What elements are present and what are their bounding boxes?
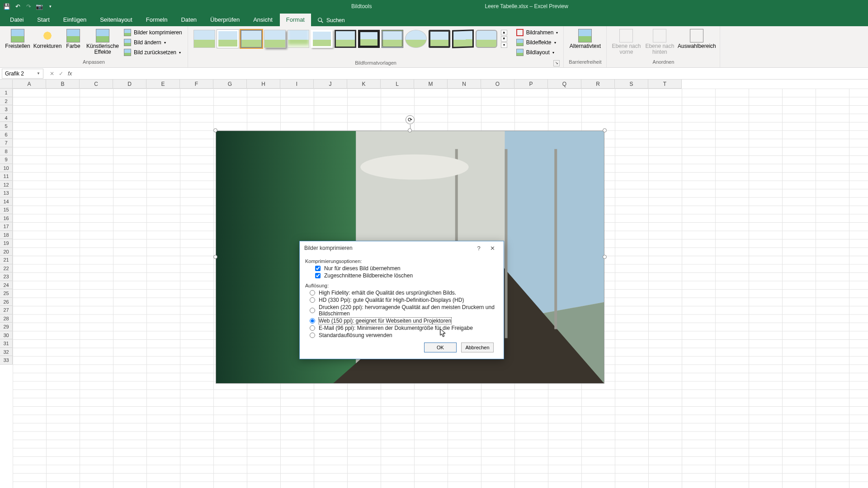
farbe-button[interactable]: Farbe [63,28,83,50]
row-header-7[interactable]: 7 [0,139,13,147]
row-header-21[interactable]: 21 [0,256,13,264]
row-header-28[interactable]: 28 [0,314,13,323]
row-header-18[interactable]: 18 [0,231,13,239]
row-header-33[interactable]: 33 [0,356,13,365]
column-header-D[interactable]: D [113,80,146,89]
row-header-23[interactable]: 23 [0,272,13,281]
row-header-17[interactable]: 17 [0,222,13,231]
row-header-9[interactable]: 9 [0,155,13,164]
resize-handle-e[interactable] [603,255,607,259]
resize-handle-w[interactable] [213,255,217,259]
tab-ueberpruefen[interactable]: Überprüfen [204,14,246,26]
resize-handle-nw[interactable] [213,128,217,132]
row-header-31[interactable]: 31 [0,339,13,348]
picture-style-8[interactable] [358,30,380,48]
tab-seitenlayout[interactable]: Seitenlayout [94,14,139,26]
radio-email-input[interactable] [310,325,315,331]
row-header-22[interactable]: 22 [0,264,13,273]
row-header-32[interactable]: 32 [0,348,13,357]
radio-web-150[interactable]: Web (150 ppi): geeignet für Webseiten un… [305,317,498,324]
bild-aendern-button[interactable]: Bild ändern ▾ [122,38,184,47]
column-header-G[interactable]: G [213,80,247,89]
gallery-expand[interactable]: ▾ [501,42,507,48]
radio-print-220[interactable]: Drucken (220 ppi): hervorragende Qualitä… [305,304,498,317]
tab-format[interactable]: Format [280,14,311,26]
row-header-11[interactable]: 11 [0,172,13,181]
radio-high-input[interactable] [310,290,315,296]
row-header-24[interactable]: 24 [0,281,13,290]
radio-high-fidelity[interactable]: High Fidelity: erhält die Qualität des u… [305,289,498,296]
column-header-M[interactable]: M [414,80,448,89]
column-header-I[interactable]: I [280,80,314,89]
formula-input[interactable] [75,69,868,79]
radio-print-input[interactable] [310,308,315,313]
picture-style-4[interactable] [264,30,286,48]
column-header-S[interactable]: S [615,80,648,89]
tell-me-search[interactable]: Suchen [312,14,350,26]
worksheet[interactable]: ABCDEFGHIJKLMNOPQRST 1234567891011121314… [0,80,868,488]
gallery-scroll-down[interactable]: ▼ [501,36,507,42]
row-header-4[interactable]: 4 [0,114,13,122]
column-header-A[interactable]: A [13,80,46,89]
picture-style-12[interactable] [452,29,474,48]
dialog-launcher-vorlagen[interactable]: ↘ [553,60,560,66]
tab-datei[interactable]: Datei [4,14,30,26]
select-all-corner[interactable] [0,80,13,89]
column-header-F[interactable]: F [180,80,213,89]
row-header-16[interactable]: 16 [0,214,13,223]
row-header-20[interactable]: 20 [0,248,13,256]
help-button[interactable]: ? [472,241,486,255]
picture-style-3[interactable] [241,30,262,48]
row-header-19[interactable]: 19 [0,239,13,248]
bilder-komprimieren-button[interactable]: Bilder komprimieren [122,28,184,37]
tab-formeln[interactable]: Formeln [140,14,174,26]
row-header-3[interactable]: 3 [0,105,13,114]
checkbox-only-this-picture[interactable]: Nur für dieses Bild übernehmen [305,265,498,272]
picture-style-10[interactable] [405,30,427,48]
row-header-10[interactable]: 10 [0,164,13,173]
row-header-5[interactable]: 5 [0,122,13,131]
ok-button[interactable]: OK [424,343,457,352]
picture-style-6[interactable] [311,30,333,48]
column-header-N[interactable]: N [448,80,481,89]
column-header-O[interactable]: O [481,80,514,89]
picture-style-5[interactable] [288,30,309,48]
name-box[interactable]: Grafik 2 ▼ [2,69,43,79]
undo-icon[interactable]: ↶ [14,2,22,10]
picture-style-9[interactable] [382,30,403,48]
save-icon[interactable]: 💾 [3,2,11,10]
dialog-titlebar[interactable]: Bilder komprimieren ? ✕ [300,241,504,255]
bildlayout-button[interactable]: Bildlayout ▾ [514,48,560,57]
rotate-handle[interactable]: ⟳ [406,115,415,124]
row-header-13[interactable]: 13 [0,189,13,197]
row-header-26[interactable]: 26 [0,298,13,306]
row-header-30[interactable]: 30 [0,331,13,340]
radio-default-input[interactable] [310,333,315,338]
column-header-K[interactable]: K [347,80,381,89]
checkbox-delete-cropped-input[interactable] [315,273,321,278]
chevron-down-icon[interactable]: ▼ [37,71,40,75]
radio-hd-input[interactable] [310,297,315,303]
resize-handle-n[interactable] [408,128,412,132]
freistellen-button[interactable]: Freistellen [4,28,32,50]
cancel-formula-icon[interactable]: ✕ [50,70,54,77]
redo-icon[interactable]: ↷ [24,2,33,10]
picture-style-1[interactable] [193,30,215,48]
radio-default-resolution[interactable]: Standardauflösung verwenden [305,332,498,339]
bildeffekte-button[interactable]: Bildeffekte ▾ [514,38,560,47]
resize-handle-ne[interactable] [603,128,607,132]
picture-style-13[interactable] [476,30,497,48]
column-header-J[interactable]: J [314,80,347,89]
picture-style-2[interactable] [217,30,239,48]
row-header-15[interactable]: 15 [0,206,13,214]
tab-daten[interactable]: Daten [175,14,203,26]
row-header-8[interactable]: 8 [0,147,13,156]
tab-einfuegen[interactable]: Einfügen [57,14,93,26]
row-header-2[interactable]: 2 [0,97,13,106]
column-header-L[interactable]: L [381,80,414,89]
checkbox-only-this-input[interactable] [315,266,321,271]
row-header-1[interactable]: 1 [0,89,13,97]
camera-icon[interactable]: 📷 [35,2,43,10]
column-header-H[interactable]: H [247,80,280,89]
gallery-scroll-up[interactable]: ▲ [501,30,507,35]
